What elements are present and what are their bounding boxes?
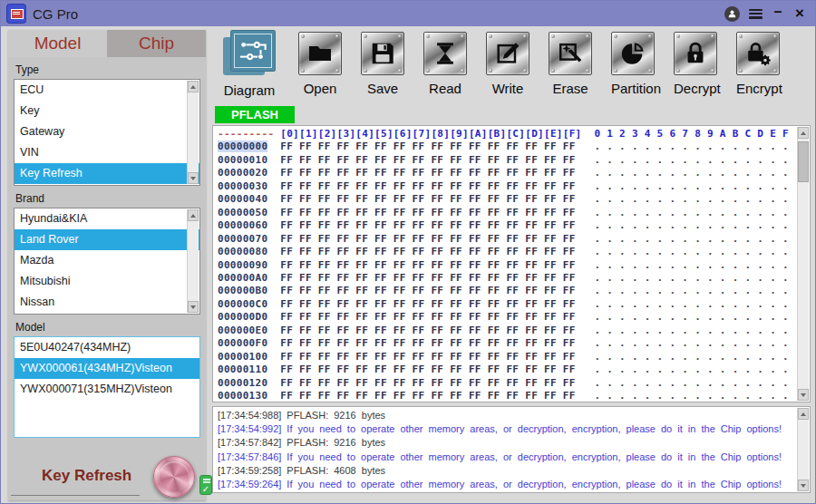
- hex-bytes[interactable]: FF FF FF FF FF FF FF FF FF FF FF FF FF F…: [267, 180, 575, 192]
- tab-pflash[interactable]: PFLASH: [215, 106, 295, 123]
- type-listbox[interactable]: ECUKeyGatewayVINKey Refresh: [14, 79, 200, 186]
- scroll-up-arrow[interactable]: [188, 81, 199, 92]
- hex-row[interactable]: 000000E0 FF FF FF FF FF FF FF FF FF FF F…: [218, 325, 796, 337]
- hex-row[interactable]: 00000100 FF FF FF FF FF FF FF FF FF FF F…: [218, 351, 796, 363]
- toolbar-decrypt[interactable]: Decrypt: [674, 30, 717, 96]
- hex-address[interactable]: 000000A0: [218, 272, 267, 284]
- hex-address[interactable]: 000000D0: [218, 311, 267, 323]
- scroll-down-arrow[interactable]: [798, 389, 809, 401]
- list-item-ecu[interactable]: ECU: [15, 80, 199, 101]
- hex-bytes[interactable]: FF FF FF FF FF FF FF FF FF FF FF FF FF F…: [267, 325, 575, 336]
- hex-address[interactable]: 00000130: [218, 390, 267, 401]
- hex-row[interactable]: 00000020 FF FF FF FF FF FF FF FF FF FF F…: [218, 167, 796, 179]
- hex-viewer[interactable]: --------- [0][1][2][3][4][5][6][7][8][9]…: [212, 125, 811, 402]
- scroll-up-arrow[interactable]: [798, 127, 809, 139]
- tab-chip[interactable]: Chip: [107, 30, 206, 57]
- hex-row[interactable]: 00000070 FF FF FF FF FF FF FF FF FF FF F…: [218, 233, 796, 246]
- scroll-down-arrow[interactable]: [798, 480, 809, 491]
- hex-address[interactable]: 00000010: [218, 154, 267, 166]
- hex-address[interactable]: 00000070: [218, 233, 267, 245]
- list-item-hyundai-kia[interactable]: Hyundai&KIA: [15, 208, 199, 229]
- hex-bytes[interactable]: FF FF FF FF FF FF FF FF FF FF FF FF FF F…: [267, 246, 575, 257]
- account-icon[interactable]: [724, 6, 740, 22]
- list-item-mitsubishi[interactable]: Mitsubishi: [15, 271, 199, 292]
- scroll-down-arrow[interactable]: [188, 172, 199, 184]
- list-item-ywx000071-315mhz-visteon[interactable]: YWX000071(315MHZ)Visteon: [15, 379, 199, 400]
- toolbar-erase[interactable]: Erase: [549, 30, 592, 96]
- brand-scrollbar[interactable]: [187, 209, 199, 313]
- type-scrollbar[interactable]: [187, 81, 199, 184]
- scroll-up-arrow[interactable]: [798, 408, 809, 420]
- hex-address[interactable]: 000000E0: [218, 325, 267, 336]
- hex-bytes[interactable]: FF FF FF FF FF FF FF FF FF FF FF FF FF F…: [267, 351, 575, 363]
- hex-row[interactable]: 00000010 FF FF FF FF FF FF FF FF FF FF F…: [218, 154, 796, 167]
- tab-model[interactable]: Model: [8, 30, 107, 57]
- hex-bytes[interactable]: FF FF FF FF FF FF FF FF FF FF FF FF FF F…: [267, 390, 575, 401]
- list-item-5e0u40247-434mhz[interactable]: 5E0U40247(434MHZ): [15, 337, 199, 358]
- hex-bytes[interactable]: FF FF FF FF FF FF FF FF FF FF FF FF FF F…: [267, 377, 575, 389]
- hex-row[interactable]: 00000030 FF FF FF FF FF FF FF FF FF FF F…: [218, 180, 796, 193]
- hex-bytes[interactable]: FF FF FF FF FF FF FF FF FF FF FF FF FF F…: [267, 298, 575, 310]
- brand-listbox[interactable]: Hyundai&KIALand RoverMazdaMitsubishiNiss…: [14, 208, 200, 315]
- hex-row[interactable]: 00000040 FF FF FF FF FF FF FF FF FF FF F…: [218, 193, 796, 206]
- key-refresh-knob-button[interactable]: [153, 456, 195, 498]
- hex-content[interactable]: --------- [0][1][2][3][4][5][6][7][8][9]…: [218, 128, 796, 401]
- hex-address[interactable]: 00000120: [218, 377, 267, 389]
- toolbar-open[interactable]: Open: [298, 30, 342, 96]
- hex-bytes[interactable]: FF FF FF FF FF FF FF FF FF FF FF FF FF F…: [267, 285, 575, 296]
- menu-icon[interactable]: [749, 9, 763, 19]
- model-listbox[interactable]: 5E0U40247(434MHZ)YWX000061(434MHZ)Visteo…: [14, 336, 200, 438]
- toolbar-partition[interactable]: Partition: [611, 30, 655, 96]
- scroll-thumb[interactable]: [798, 141, 809, 182]
- scroll-down-arrow[interactable]: [188, 301, 199, 313]
- hex-row[interactable]: 000000F0 FF FF FF FF FF FF FF FF FF FF F…: [218, 337, 796, 350]
- hex-row[interactable]: 000000D0 FF FF FF FF FF FF FF FF FF FF F…: [218, 311, 796, 324]
- list-item-ywx000061-434mhz-visteon[interactable]: YWX000061(434MHZ)Visteon: [15, 358, 199, 379]
- hex-address[interactable]: 00000030: [218, 180, 267, 192]
- hex-address[interactable]: 00000000: [218, 141, 267, 152]
- hex-address[interactable]: 000000F0: [218, 337, 267, 349]
- hex-address[interactable]: 00000020: [218, 167, 267, 179]
- hex-row[interactable]: 00000110 FF FF FF FF FF FF FF FF FF FF F…: [218, 363, 796, 376]
- hex-bytes[interactable]: FF FF FF FF FF FF FF FF FF FF FF FF FF F…: [267, 311, 575, 323]
- hex-address[interactable]: 00000090: [218, 259, 267, 271]
- hex-bytes[interactable]: FF FF FF FF FF FF FF FF FF FF FF FF FF F…: [267, 167, 575, 179]
- hex-row[interactable]: 000000A0 FF FF FF FF FF FF FF FF FF FF F…: [218, 272, 796, 285]
- hex-row[interactable]: 00000000 FF FF FF FF FF FF FF FF FF FF F…: [218, 141, 796, 153]
- hex-bytes[interactable]: FF FF FF FF FF FF FF FF FF FF FF FF FF F…: [267, 337, 575, 349]
- hex-bytes[interactable]: FF FF FF FF FF FF FF FF FF FF FF FF FF F…: [267, 272, 575, 284]
- list-item-nissan[interactable]: Nissan: [15, 292, 199, 313]
- list-item-key-refresh[interactable]: Key Refresh: [15, 163, 199, 184]
- hex-address[interactable]: 00000110: [218, 363, 267, 375]
- toolbar-encrypt[interactable]: Encrypt: [736, 30, 780, 96]
- scroll-up-arrow[interactable]: [188, 209, 199, 221]
- hex-row[interactable]: 000000C0 FF FF FF FF FF FF FF FF FF FF F…: [218, 298, 796, 311]
- hex-address[interactable]: 000000C0: [218, 298, 267, 310]
- hex-bytes[interactable]: FF FF FF FF FF FF FF FF FF FF FF FF FF F…: [267, 233, 575, 245]
- hex-address[interactable]: 00000100: [218, 351, 267, 363]
- log-scrollbar[interactable]: [797, 408, 809, 491]
- hex-bytes[interactable]: FF FF FF FF FF FF FF FF FF FF FF FF FF F…: [267, 141, 575, 152]
- hex-address[interactable]: 000000B0: [218, 285, 267, 296]
- hex-bytes[interactable]: FF FF FF FF FF FF FF FF FF FF FF FF FF F…: [267, 193, 575, 205]
- hex-row[interactable]: 00000090 FF FF FF FF FF FF FF FF FF FF F…: [218, 259, 796, 272]
- hex-row[interactable]: 00000060 FF FF FF FF FF FF FF FF FF FF F…: [218, 219, 796, 232]
- toolbar-save[interactable]: Save: [361, 30, 404, 96]
- list-item-mazda[interactable]: Mazda: [15, 250, 199, 271]
- hex-bytes[interactable]: FF FF FF FF FF FF FF FF FF FF FF FF FF F…: [267, 219, 575, 231]
- hex-bytes[interactable]: FF FF FF FF FF FF FF FF FF FF FF FF FF F…: [267, 154, 575, 166]
- close-button[interactable]: ×: [793, 7, 806, 20]
- hex-row[interactable]: 000000B0 FF FF FF FF FF FF FF FF FF FF F…: [218, 285, 796, 297]
- list-item-gateway[interactable]: Gateway: [15, 121, 199, 142]
- toolbar-read[interactable]: Read: [423, 30, 467, 96]
- toolbar-write[interactable]: Write: [486, 30, 529, 96]
- hex-bytes[interactable]: FF FF FF FF FF FF FF FF FF FF FF FF FF F…: [267, 207, 575, 218]
- hex-address[interactable]: 00000080: [218, 246, 267, 257]
- hex-row[interactable]: 00000130 FF FF FF FF FF FF FF FF FF FF F…: [218, 390, 796, 401]
- hex-address[interactable]: 00000040: [218, 193, 267, 205]
- hex-scrollbar[interactable]: [797, 127, 809, 401]
- hex-row[interactable]: 00000080 FF FF FF FF FF FF FF FF FF FF F…: [218, 246, 796, 258]
- list-item-land-rover[interactable]: Land Rover: [15, 229, 199, 250]
- hex-bytes[interactable]: FF FF FF FF FF FF FF FF FF FF FF FF FF F…: [267, 363, 575, 375]
- hex-address[interactable]: 00000050: [218, 207, 267, 218]
